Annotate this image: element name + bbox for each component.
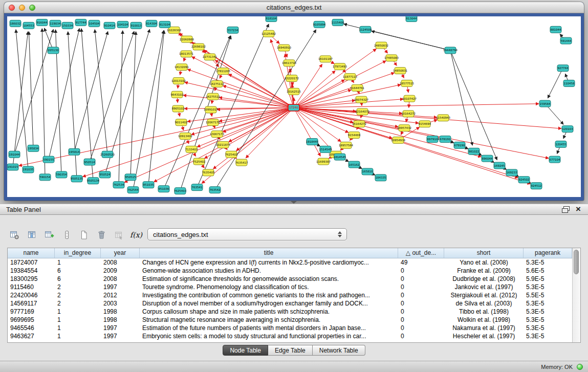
vertical-scrollbar[interactable] xyxy=(572,248,580,342)
graph-node[interactable]: 186032 xyxy=(10,20,21,27)
table-row[interactable]: 946554611997Estimation of the future num… xyxy=(8,324,572,332)
graph-node[interactable]: 165162 xyxy=(349,161,360,168)
graph-node[interactable]: 813044 xyxy=(406,16,417,21)
graph-edge[interactable] xyxy=(148,31,164,185)
graph-node[interactable]: 184335 xyxy=(375,174,386,181)
graph-node[interactable]: 762534 xyxy=(113,182,124,188)
graph-node[interactable]: 951036 xyxy=(158,186,169,192)
graph-node[interactable]: 924512 xyxy=(531,183,542,189)
graph-edge[interactable] xyxy=(29,32,33,148)
graph-node[interactable]: 19613710 xyxy=(282,60,296,67)
column-header-title[interactable]: title xyxy=(140,248,398,258)
graph-node[interactable]: 18957432 xyxy=(397,125,411,132)
graph-node[interactable]: 22698102 xyxy=(191,43,206,50)
graph-node[interactable]: 14275112 xyxy=(210,80,224,87)
graph-node[interactable]: 14850831 xyxy=(393,68,407,74)
new-document-icon[interactable] xyxy=(77,228,91,242)
graph-node[interactable]: 18957584 xyxy=(339,142,353,148)
memory-status-icon[interactable] xyxy=(577,364,583,370)
graph-node[interactable]: 950515 xyxy=(125,174,136,181)
graph-node[interactable]: 11877113 xyxy=(343,74,357,80)
graph-node[interactable]: 590154 xyxy=(39,174,51,181)
graph-node[interactable]: 7625402 xyxy=(225,151,237,158)
graph-edge[interactable] xyxy=(42,29,45,178)
graph-node[interactable]: 910013 xyxy=(130,22,142,29)
close-icon[interactable]: × xyxy=(576,206,581,213)
tab-node-table[interactable]: Node Table xyxy=(223,345,268,356)
graph-edge[interactable] xyxy=(294,107,518,178)
graph-edge[interactable] xyxy=(450,50,472,145)
graph-edge[interactable] xyxy=(294,107,549,158)
table-mode-icon[interactable] xyxy=(7,228,21,242)
table-row[interactable]: 1872400712008Changes of HCN gene express… xyxy=(8,258,572,267)
graph-node[interactable]: 678191 xyxy=(440,136,451,143)
graph-edge[interactable] xyxy=(197,24,269,187)
graph-node[interactable]: 18013571 xyxy=(179,51,193,57)
graph-node[interactable]: 13220172 xyxy=(285,75,299,82)
graph-node[interactable]: 12013102 xyxy=(171,77,186,84)
graph-node[interactable]: 169233 xyxy=(506,169,517,176)
graph-edge[interactable] xyxy=(16,30,28,170)
graph-node[interactable]: 195814 xyxy=(69,148,80,155)
graph-node[interactable]: 679190 xyxy=(454,142,465,148)
column-header-pagerank[interactable]: pagerank xyxy=(524,248,572,258)
graph-node[interactable]: 205130 xyxy=(48,47,59,54)
graph-edge[interactable] xyxy=(130,32,136,178)
table-row[interactable]: 977716911998Corpus callosum shape and si… xyxy=(8,308,572,316)
table-row[interactable]: 911546021997Tourette syndrome. Phenomeno… xyxy=(8,283,572,291)
graph-node[interactable]: 104104 xyxy=(117,21,128,28)
graph-node[interactable]: 950524 xyxy=(99,171,111,178)
graph-node[interactable]: 1115408 xyxy=(332,19,344,26)
table-row[interactable]: 969969511998Structural magnetic resonanc… xyxy=(8,316,572,324)
graph-edge[interactable] xyxy=(548,68,563,98)
graph-node[interactable]: 12164072 xyxy=(355,108,369,115)
graph-edge[interactable] xyxy=(74,31,108,151)
graph-edge[interactable] xyxy=(90,31,134,162)
import-table-icon[interactable] xyxy=(112,228,126,242)
graph-node[interactable]: 10913402 xyxy=(178,133,192,140)
graph-node[interactable]: 763542 xyxy=(209,187,221,193)
graph-node[interactable]: 1814545 xyxy=(334,154,346,160)
network-canvas[interactable]: 1610118717973493118771131164476118074327… xyxy=(7,16,581,197)
graph-node[interactable]: 159584 xyxy=(539,100,551,107)
graph-node[interactable]: 16940910 xyxy=(277,45,291,51)
graph-node[interactable]: 14132091 xyxy=(175,64,189,71)
tab-edge-table[interactable]: Edge Table xyxy=(268,345,313,356)
column-header-short[interactable]: short xyxy=(444,248,524,258)
graph-node[interactable]: 11540943 xyxy=(436,115,450,121)
graph-node[interactable]: 897910 xyxy=(427,136,438,143)
graph-node[interactable]: 17811205 xyxy=(216,68,230,75)
graph-node[interactable]: 818104 xyxy=(266,16,277,21)
new-column-icon[interactable] xyxy=(42,228,56,242)
graph-node[interactable]: 763541 xyxy=(191,184,203,191)
graph-node[interactable]: 19448794 xyxy=(443,47,458,54)
graph-node[interactable]: 9505134 xyxy=(87,178,100,184)
graph-node[interactable]: 10991017 xyxy=(204,106,218,113)
graph-node[interactable]: 191015 xyxy=(7,164,18,170)
graph-node[interactable]: 1514545 xyxy=(319,146,332,152)
graph-node[interactable]: 104504 xyxy=(89,20,100,27)
graph-node[interactable]: 981022 xyxy=(468,148,480,155)
graph-node[interactable]: 924502 xyxy=(518,177,530,183)
float-window-icon[interactable] xyxy=(562,206,570,213)
graph-edge[interactable] xyxy=(294,104,539,108)
column-header-name[interactable]: name xyxy=(8,248,55,258)
graph-node[interactable]: 169245 xyxy=(494,162,505,169)
zoom-button[interactable] xyxy=(29,5,35,11)
graph-edge[interactable] xyxy=(294,80,345,108)
graph-node[interactable]: 7133403 xyxy=(185,146,198,152)
table-row[interactable]: 1456911722003Disruption of a novel membe… xyxy=(8,299,572,308)
graph-node[interactable]: 951035 xyxy=(143,182,154,188)
graph-node[interactable]: 10164272 xyxy=(401,111,416,117)
graph-node[interactable]: 9154694 xyxy=(419,121,431,127)
graph-node[interactable]: 11644761 xyxy=(350,84,364,91)
graph-hub-node[interactable]: 17240 xyxy=(288,104,299,111)
graph-node[interactable]: 9643102 xyxy=(171,91,183,98)
graph-node[interactable]: 9011402 xyxy=(175,119,187,126)
function-builder-icon[interactable]: f(x) xyxy=(129,228,143,242)
scrollbar-thumb[interactable] xyxy=(574,250,579,274)
graph-node[interactable]: 11699387 xyxy=(316,158,331,165)
delete-table-icon[interactable] xyxy=(94,228,108,242)
graph-edge[interactable] xyxy=(192,57,294,108)
graph-edge[interactable] xyxy=(164,36,230,189)
